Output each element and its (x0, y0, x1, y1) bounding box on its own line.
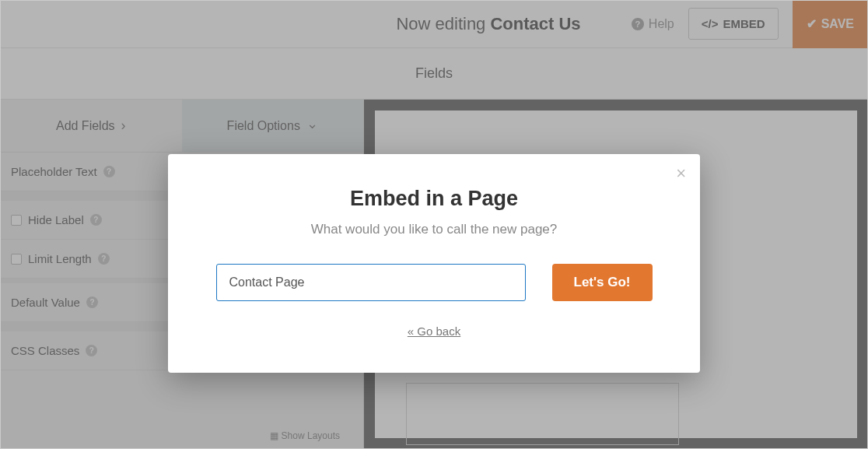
modal-title: Embed in a Page (212, 187, 656, 211)
go-back-link[interactable]: « Go back (408, 324, 460, 338)
modal-subtitle: What would you like to call the new page… (212, 222, 656, 237)
embed-modal: × Embed in a Page What would you like to… (168, 154, 700, 373)
modal-overlay[interactable]: × Embed in a Page What would you like to… (0, 0, 868, 449)
page-name-input[interactable] (216, 264, 526, 301)
lets-go-button[interactable]: Let's Go! (552, 264, 653, 301)
modal-form-row: Let's Go! (212, 264, 656, 301)
close-button[interactable]: × (676, 165, 686, 182)
close-icon: × (676, 163, 686, 183)
